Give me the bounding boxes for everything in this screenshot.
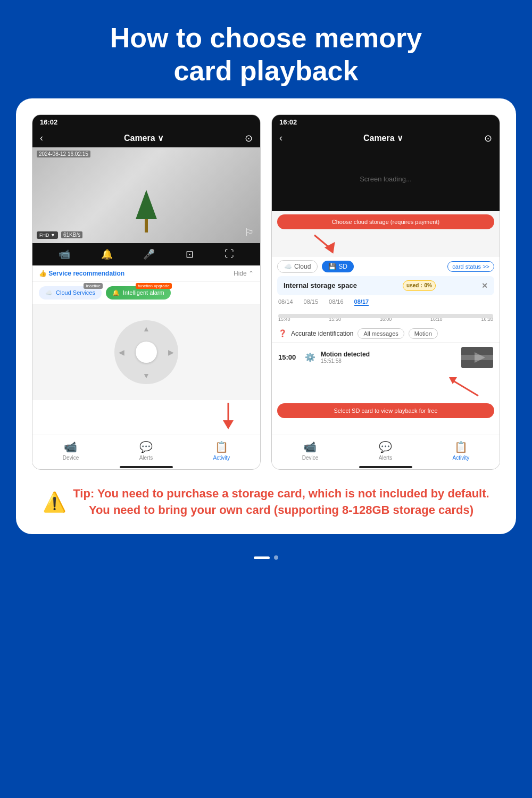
dpad[interactable]: ▲ ▼ ◀ ▶ [114,320,178,384]
date-tab-2[interactable]: 08/16 [329,298,344,306]
left-bottom-nav: 📹 Device 💬 Alerts 📋 Activity [32,435,260,464]
service-label: 👍 Service recommendation [39,270,124,277]
bitrate-display: 61KB/s [61,231,82,238]
used-badge: used：0% [403,280,436,291]
alarm-icon: 🔔 [112,289,120,296]
record-icon[interactable]: 📹 [59,248,70,260]
device-icon: 📹 [64,440,77,453]
motion-filter-button[interactable]: Motion [409,328,438,339]
right-status-bar: 16:02 [272,115,500,129]
right-nav-title: Camera ∨ [288,133,479,143]
quality-badge: FHD ▼ [37,231,58,239]
event-time: 15:00 [278,353,300,361]
cloud-icon: ☁️ [45,289,53,296]
filter-question-icon: ❓ [278,329,287,337]
settings-icon[interactable]: ⊙ [245,132,253,144]
tip-section: ⚠️ Tip: You need to purchase a storage c… [32,486,500,519]
right-bottom-nav-alerts[interactable]: 💬 Alerts [379,440,393,461]
warning-icon: ⚠️ [43,491,66,513]
crop-icon[interactable]: ⊡ [186,248,194,260]
event-subtitle: 15:51:58 [321,358,456,364]
svg-line-7 [452,380,478,396]
cloud-tab-icon: ☁️ [284,263,292,270]
dpad-left-arrow[interactable]: ◀ [119,348,124,356]
left-phone: 16:02 ‹ Camera ∨ ⊙ [32,114,261,470]
right-bottom-nav: 📹 Device 💬 Alerts 📋 Activity [272,435,500,464]
right-bottom-nav-activity[interactable]: 📋 Activity [453,440,470,461]
bottom-nav-alerts[interactable]: 💬 Alerts [139,440,153,461]
right-activity-icon: 📋 [454,440,468,453]
page-indicator [254,545,278,570]
watermark-icon: 🏳 [244,227,255,239]
date-tab-3[interactable]: 08/17 [354,298,369,306]
date-tab-0[interactable]: 08/14 [278,298,293,306]
camera-timestamp: 2024-08-12 16:02:15 [37,151,90,157]
event-title: Motion detected [321,351,456,358]
date-tabs: 08/14 08/15 08/16 08/17 [272,295,500,309]
card-status-button[interactable]: card status >> [447,261,494,272]
filter-label: Accurate identification [291,330,353,337]
page-header: How to choose memory card playback [78,0,454,98]
filter-row: ❓ Accurate identification All messages M… [272,325,500,342]
dpad-center-button[interactable] [136,342,157,363]
event-details: Motion detected 15:51:58 [321,351,456,364]
all-messages-button[interactable]: All messages [358,328,404,339]
mic-icon[interactable]: 🎤 [143,248,155,260]
right-back-icon[interactable]: ‹ [279,132,282,144]
sd-tab-icon: 💾 [328,263,336,270]
activity-icon: 📋 [215,440,228,453]
cloud-tab[interactable]: ☁️ Cloud [277,260,318,273]
right-bottom-nav-device[interactable]: 📹 Device [302,440,319,461]
page-title: How to choose memory card playback [110,21,422,88]
event-item: 15:00 ⚙️ Motion detected 15:51:58 [272,342,500,372]
right-phone: 16:02 ‹ Camera ∨ ⊙ Screen loading... Cho… [271,114,500,470]
left-nav-bar: ‹ Camera ∨ ⊙ [32,129,260,147]
home-indicator-left [120,466,173,468]
black-screen: Screen loading... [272,147,500,211]
bottom-nav-device[interactable]: 📹 Device [63,440,79,461]
speaker-icon[interactable]: 🔔 [101,248,113,260]
svg-marker-1 [223,420,234,429]
tip-text: Tip: You need to purchase a storage card… [73,486,489,519]
right-settings-icon[interactable]: ⊙ [484,132,492,144]
right-device-icon: 📹 [303,440,317,453]
upgrade-badge: function upgrade [136,283,172,289]
dpad-area: ▲ ▼ ◀ ▶ [32,304,260,400]
inactive-dot [274,555,278,560]
cloud-arrow [309,232,341,254]
cloud-services-button[interactable]: ☁️ Cloud Services Inactive [39,286,102,300]
left-status-bar: 16:02 [32,115,260,129]
dpad-down-arrow[interactable]: ▼ [143,371,150,380]
hide-button[interactable]: Hide ⌃ [234,270,254,277]
sd-callout-bubble: Select SD card to view playback for free [277,403,494,418]
camera-controls: 📹 🔔 🎤 ⊡ ⛶ [32,243,260,265]
service-recommendation: 👍 Service recommendation Hide ⌃ [32,265,260,282]
camera-feed: 2024-08-12 16:02:15 🏳 FHD ▼ 61KB/s [32,147,260,243]
alerts-icon: 💬 [139,440,153,453]
close-button[interactable]: ✕ [481,281,488,290]
storage-tabs: ☁️ Cloud 💾 SD card status >> [272,257,500,276]
dpad-right-arrow[interactable]: ▶ [168,348,174,356]
sd-arrow [441,375,484,401]
sd-callout-area: Select SD card to view playback for free [272,372,500,420]
cloud-callout-bubble: Choose cloud storage (requires payment) [277,214,494,229]
date-tab-1[interactable]: 08/15 [304,298,319,306]
nav-title: Camera ∨ [48,133,239,143]
inactive-badge: Inactive [84,283,103,289]
right-alerts-icon: 💬 [379,440,392,453]
bottom-nav-activity[interactable]: 📋 Activity [213,440,230,461]
home-indicator-right [359,466,412,468]
back-icon[interactable]: ‹ [40,132,43,144]
fullscreen-icon[interactable]: ⛶ [225,248,234,260]
dpad-up-arrow[interactable]: ▲ [143,325,150,333]
arrow-to-activity [212,400,244,432]
storage-panel: Internal storage space used：0% ✕ [277,276,494,295]
service-buttons: ☁️ Cloud Services Inactive 🔔 Intelligent… [32,282,260,304]
event-icon: ⚙️ [305,352,315,362]
active-dot [254,556,270,559]
loading-text: Screen loading... [360,175,412,183]
intelligent-alarm-button[interactable]: 🔔 Intelligent alarm function upgrade [106,286,171,300]
event-thumbnail[interactable] [461,347,493,368]
main-card: 16:02 ‹ Camera ∨ ⊙ [16,98,516,535]
sd-tab[interactable]: 💾 SD [322,261,354,272]
